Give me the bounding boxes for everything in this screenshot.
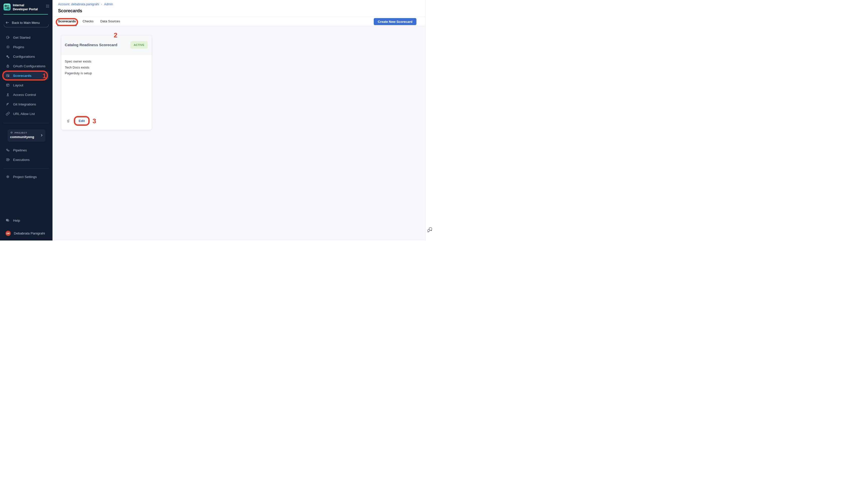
annotation-ring-1 (2, 70, 48, 81)
sidebar-item-configurations[interactable]: Configurations (0, 52, 53, 61)
arrow-left-icon (5, 21, 9, 25)
sidebar-item-pipelines[interactable]: Pipelines (0, 146, 53, 155)
url-allow-list-icon (5, 112, 10, 116)
delete-scorecard-button[interactable] (66, 119, 71, 123)
scorecard-card-header: Catalog Readiness Scorecard ACTIVE (61, 35, 152, 55)
main-area: Account: debabrata.panigrahi › Admin Sco… (53, 0, 434, 241)
create-new-scorecard-button[interactable]: Create New Scorecard (374, 18, 416, 25)
tab-label: Data Sources (100, 19, 120, 23)
help-icon: ? (5, 218, 10, 223)
sidebar-item-label: Access Control (13, 93, 36, 97)
layout-icon (5, 83, 10, 87)
right-rail (425, 0, 434, 241)
user-name: Debabrata Panigrahi (14, 231, 45, 235)
svg-text:?: ? (7, 219, 8, 221)
sidebar-item-label: OAuth Configurations (13, 64, 45, 68)
sidebar-divider (3, 168, 49, 168)
tab-checks[interactable]: Checks (83, 17, 93, 26)
sidebar-divider (3, 123, 49, 123)
sidebar-item-help[interactable]: ? Help (0, 216, 53, 225)
back-label: Back to Main Menu (12, 21, 40, 25)
breadcrumb-account-link[interactable]: Account: debabrata.panigrahi (58, 2, 99, 6)
brand-divider (3, 14, 48, 14)
tab-bar: Scorecards Checks Data Sources Create Ne… (53, 16, 434, 26)
status-badge: ACTIVE (130, 41, 148, 49)
sidebar-item-label: Executions (13, 158, 30, 162)
grid-icon[interactable] (46, 4, 50, 8)
plugins-icon (5, 45, 10, 49)
annotation-number-1: 1 (42, 72, 46, 79)
logo-row: Internal Developer Portal (3, 3, 50, 11)
sidebar-item-plugins[interactable]: Plugins (0, 42, 53, 52)
layers-icon (10, 131, 13, 134)
access-control-icon (5, 93, 10, 97)
scorecard-title: Catalog Readiness Scorecard (65, 43, 130, 47)
sidebar-nav-help: ? Help (0, 216, 53, 225)
project-label: PROJECT (14, 132, 27, 134)
back-section-outline (4, 24, 49, 27)
project-name: communityeng (10, 135, 43, 139)
sidebar-item-executions[interactable]: Executions (0, 155, 53, 164)
back-to-main-menu[interactable]: Back to Main Menu (5, 21, 40, 25)
git-integrations-icon (5, 102, 10, 106)
project-selector[interactable]: PROJECT communityeng (7, 129, 45, 142)
breadcrumb-chevron: › (101, 2, 102, 6)
tab-label: Checks (83, 19, 93, 23)
sidebar: Internal Developer Portal Back to Main M… (0, 0, 53, 241)
logo-icon (3, 3, 10, 10)
sidebar-item-label: Configurations (13, 55, 35, 59)
sidebar-item-project-settings[interactable]: Project Settings (0, 172, 53, 182)
chat-bubbles-icon (427, 226, 433, 233)
app-window: Internal Developer Portal Back to Main M… (0, 0, 434, 241)
trash-icon (66, 119, 70, 123)
oauth-icon (5, 64, 10, 68)
support-chat-button[interactable] (427, 226, 433, 233)
gear-icon (5, 175, 10, 179)
breadcrumb-admin-link[interactable]: Admin (104, 2, 113, 6)
sidebar-item-oauth-configurations[interactable]: OAuth Configurations (0, 61, 53, 71)
sidebar-item-label: Project Settings (13, 175, 37, 179)
annotation-number-2: 2 (114, 32, 117, 38)
sidebar-item-label: Git Integrations (13, 102, 36, 106)
scorecard-checks-list: Spec owner exists Tech Docs exists Pager… (61, 55, 152, 76)
user-menu[interactable]: DP Debabrata Panigrahi (0, 228, 53, 238)
tab-scorecards[interactable]: Scorecards (58, 17, 76, 26)
sidebar-item-label: URL Allow List (13, 112, 35, 116)
sidebar-item-get-started[interactable]: Get Started (0, 33, 53, 42)
avatar: DP (5, 231, 11, 236)
get-started-icon (5, 35, 10, 40)
sidebar-item-label: Help (13, 219, 20, 222)
annotation-ring-3 (74, 116, 90, 126)
configurations-icon (5, 55, 10, 59)
sidebar-item-git-integrations[interactable]: Git Integrations (0, 99, 53, 109)
sidebar-item-label: Get Started (13, 36, 30, 39)
annotation-ring-2 (56, 18, 78, 26)
sidebar-item-label: Plugins (13, 45, 24, 49)
sidebar-item-access-control[interactable]: Access Control (0, 90, 53, 99)
breadcrumb: Account: debabrata.panigrahi › Admin (58, 2, 434, 6)
sidebar-item-label: Pipelines (13, 148, 27, 152)
annotation-number-3: 3 (93, 118, 96, 124)
check-item: Tech Docs exists (65, 65, 148, 70)
page-header: Account: debabrata.panigrahi › Admin Sco… (53, 0, 434, 16)
pipelines-icon (5, 148, 10, 152)
sidebar-item-layout[interactable]: Layout (0, 80, 53, 90)
tab-data-sources[interactable]: Data Sources (100, 17, 120, 26)
sidebar-item-url-allow-list[interactable]: URL Allow List (0, 109, 53, 119)
executions-icon (5, 158, 10, 162)
tab-content: Catalog Readiness Scorecard ACTIVE Spec … (53, 26, 425, 241)
page-title: Scorecards (58, 8, 434, 13)
scorecard-card: Catalog Readiness Scorecard ACTIVE Spec … (61, 35, 152, 130)
chevron-right-icon (40, 133, 43, 137)
check-item: Spec owner exists (65, 59, 148, 65)
scorecard-card-footer: Edit 3 (66, 118, 96, 124)
sidebar-item-label: Layout (13, 83, 23, 87)
logo-title: Internal Developer Portal (13, 3, 40, 11)
check-item: Pagerduty is setup (65, 70, 148, 76)
sidebar-nav-settings: Project Settings (0, 172, 53, 182)
sidebar-nav-lower: Pipelines Executions (0, 146, 53, 164)
